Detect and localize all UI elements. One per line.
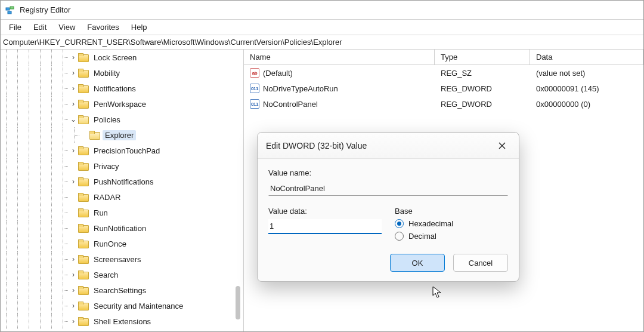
- value-data-input[interactable]: [268, 219, 382, 234]
- radio-hex-label: Hexadecimal: [408, 219, 453, 228]
- tree-item[interactable]: ›SearchSettings: [1, 282, 243, 298]
- value-row[interactable]: ab(Default)REG_SZ(value not set): [244, 65, 643, 81]
- chevron-right-icon[interactable]: ›: [69, 270, 78, 279]
- folder-icon: [78, 53, 89, 62]
- tree-item-label: SearchSettings: [91, 285, 148, 296]
- tree-item-label: Privacy: [91, 161, 122, 171]
- column-data[interactable]: Data: [530, 50, 643, 64]
- chevron-right-icon[interactable]: ›: [69, 146, 78, 155]
- tree-item-label: RADAR: [91, 192, 123, 202]
- folder-icon: [78, 177, 89, 186]
- folder-icon: [78, 99, 89, 109]
- svg-rect-2: [8, 11, 11, 14]
- folder-icon: [78, 316, 89, 326]
- scrollbar-thumb[interactable]: [236, 286, 240, 319]
- window-title: Registry Editor: [20, 5, 70, 14]
- chevron-right-icon[interactable]: ›: [69, 177, 78, 186]
- tree-item[interactable]: ›RADAR: [1, 189, 243, 205]
- close-icon[interactable]: [494, 137, 510, 154]
- tree-item-label: Notifications: [91, 84, 138, 94]
- tree-item-label: Shell Extensions: [91, 316, 153, 327]
- chevron-right-icon[interactable]: ›: [69, 286, 78, 294]
- dialog-footer: OK Cancel: [258, 248, 519, 281]
- value-type: REG_SZ: [435, 69, 530, 78]
- folder-icon: [78, 239, 89, 248]
- tree-item-label: Security and Maintenance: [91, 301, 185, 311]
- tree-item[interactable]: ›PenWorkspace: [1, 96, 243, 112]
- chevron-right-icon[interactable]: ›: [69, 84, 78, 93]
- value-name-field[interactable]: NoControlPanel: [268, 181, 508, 196]
- radio-decimal[interactable]: Decimal: [395, 232, 508, 241]
- tree-item[interactable]: ›RunNotification: [1, 220, 243, 236]
- regedit-icon: [5, 5, 15, 15]
- menu-edit[interactable]: Edit: [27, 21, 52, 33]
- value-row[interactable]: 011NoDriveTypeAutoRunREG_DWORD0x00000091…: [244, 81, 643, 96]
- tree-item[interactable]: ›Screensavers: [1, 251, 243, 267]
- tree-item[interactable]: ⌄Policies: [1, 112, 243, 127]
- folder-icon: [78, 68, 89, 78]
- reg-dword-icon: 011: [250, 84, 259, 93]
- ok-button[interactable]: OK: [390, 254, 445, 272]
- menu-view[interactable]: View: [52, 21, 81, 33]
- folder-icon: [78, 223, 89, 233]
- folder-icon: [78, 161, 89, 171]
- value-data: 0x00000000 (0): [530, 100, 643, 109]
- radio-icon: [395, 232, 404, 241]
- chevron-right-icon[interactable]: ›: [69, 69, 78, 77]
- values-header[interactable]: Name Type Data: [244, 50, 643, 65]
- address-bar[interactable]: Computer\HKEY_CURRENT_USER\Software\Micr…: [1, 35, 643, 50]
- edit-dword-dialog: Edit DWORD (32-bit) Value Value name: No…: [257, 132, 519, 282]
- tree-item[interactable]: ›Shell Extensions: [1, 313, 243, 329]
- dialog-body: Value name: NoControlPanel Value data: B…: [258, 159, 519, 248]
- column-type[interactable]: Type: [435, 50, 530, 64]
- tree-item[interactable]: ›PrecisionTouchPad: [1, 143, 243, 158]
- tree-item[interactable]: ›Security and Maintenance: [1, 298, 243, 313]
- value-row[interactable]: 011NoControlPanelREG_DWORD0x00000000 (0): [244, 96, 643, 112]
- tree-item[interactable]: ›Run: [1, 205, 243, 220]
- tree-scrollbar[interactable]: [233, 50, 242, 331]
- folder-icon: [78, 254, 89, 264]
- tree-item[interactable]: ›Mobility: [1, 65, 243, 81]
- tree-item-label: Mobility: [91, 68, 122, 78]
- tree-item[interactable]: ›PushNotifications: [1, 174, 243, 189]
- menu-help[interactable]: Help: [125, 21, 153, 33]
- column-name[interactable]: Name: [244, 50, 435, 64]
- menu-bar: FileEditViewFavoritesHelp: [1, 20, 643, 35]
- dialog-title: Edit DWORD (32-bit) Value: [266, 141, 494, 150]
- tree-pane[interactable]: ›Lock Screen›Mobility›Notifications›PenW…: [1, 50, 244, 331]
- chevron-down-icon[interactable]: ⌄: [69, 115, 78, 124]
- tree-item-label: PenWorkspace: [91, 99, 148, 109]
- chevron-right-icon[interactable]: ›: [69, 317, 78, 325]
- folder-icon: [78, 192, 89, 202]
- radio-hexadecimal[interactable]: Hexadecimal: [395, 219, 508, 228]
- chevron-right-icon[interactable]: ›: [69, 302, 78, 310]
- tree-item[interactable]: ›Notifications: [1, 81, 243, 96]
- value-data: 0x00000091 (145): [530, 84, 643, 93]
- base-label: Base: [395, 207, 508, 216]
- dialog-title-bar[interactable]: Edit DWORD (32-bit) Value: [258, 133, 519, 159]
- svg-rect-1: [10, 7, 14, 9]
- chevron-right-icon[interactable]: ›: [69, 255, 78, 263]
- tree-item-label: Lock Screen: [91, 53, 139, 63]
- folder-icon: [78, 84, 89, 93]
- tree-item[interactable]: ›Privacy: [1, 158, 243, 174]
- tree-item[interactable]: ›Search: [1, 267, 243, 282]
- value-data: (value not set): [530, 69, 643, 78]
- chevron-right-icon[interactable]: ›: [69, 53, 78, 62]
- svg-rect-0: [6, 8, 10, 10]
- tree-item[interactable]: ›Lock Screen: [1, 50, 243, 65]
- tree-item-label: RunOnce: [91, 239, 129, 249]
- chevron-right-icon[interactable]: ›: [69, 100, 78, 108]
- folder-icon: [89, 130, 100, 140]
- value-name: NoControlPanel: [263, 100, 318, 109]
- tree-item-label: Policies: [91, 115, 123, 125]
- radio-icon: [395, 219, 404, 228]
- folder-icon: [78, 146, 89, 155]
- menu-file[interactable]: File: [3, 21, 27, 33]
- tree-item[interactable]: ›RunOnce: [1, 236, 243, 251]
- reg-sz-icon: ab: [250, 68, 259, 78]
- value-data-label: Value data:: [268, 207, 382, 216]
- cancel-button[interactable]: Cancel: [453, 254, 508, 272]
- menu-favorites[interactable]: Favorites: [81, 21, 125, 33]
- tree-item[interactable]: ›Explorer: [1, 127, 243, 143]
